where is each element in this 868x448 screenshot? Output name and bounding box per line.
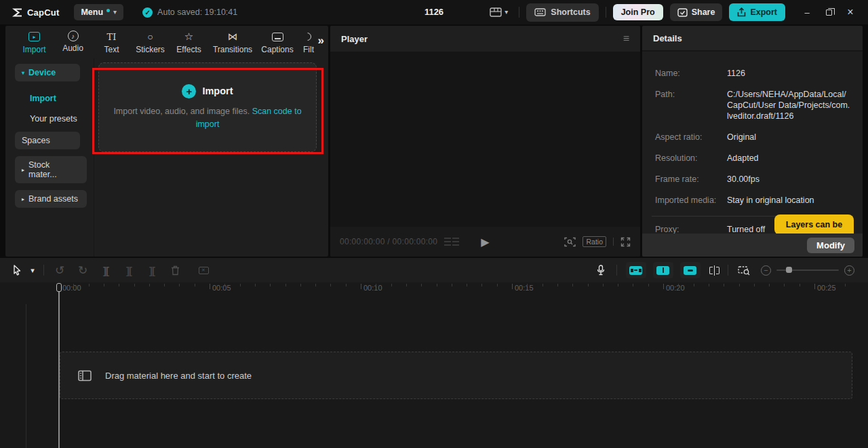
sidebar-item-import[interactable]: Import <box>15 88 87 109</box>
bar <box>714 265 715 276</box>
modify-button[interactable]: Modify <box>807 238 854 253</box>
delete-button[interactable] <box>165 263 185 278</box>
dropzone-description: Import video, audio, and image files. Sc… <box>109 105 306 131</box>
ruler-tick <box>542 284 543 286</box>
ruler-tick <box>195 284 195 286</box>
play-button[interactable]: ▶ <box>481 236 489 248</box>
tab-transitions[interactable]: ⋈ Transitions <box>208 31 257 54</box>
preview-axis-button[interactable] <box>734 263 754 278</box>
main-track-magnet-toggle[interactable] <box>653 262 673 278</box>
close-gap-button[interactable]: ✕ <box>193 263 214 278</box>
ratio-button[interactable]: Ratio <box>583 236 606 247</box>
timeline-zoom-slider[interactable] <box>776 269 839 271</box>
text-tab-icon: TI <box>107 31 117 43</box>
check-circle-icon: ✓ <box>142 7 153 18</box>
shortcuts-button[interactable]: Shortcuts <box>526 3 598 22</box>
ruler-tick <box>255 284 256 286</box>
triangle-down-icon: ▾ <box>22 70 24 76</box>
redo-button[interactable]: ↻ <box>73 263 93 278</box>
ruler-tick <box>754 284 755 286</box>
fullscreen-icon[interactable] <box>620 237 631 247</box>
close-button[interactable]: × <box>841 3 860 21</box>
select-tool-chevron[interactable]: ▾ <box>27 263 38 278</box>
details-panel: Details Name: 1126 Path: C:/Users/NEHA/A… <box>642 26 863 257</box>
join-pro-button[interactable]: Join Pro <box>613 4 663 20</box>
frame-view-icon[interactable] <box>444 238 459 246</box>
detail-label: Resolution: <box>655 153 727 164</box>
minimize-button[interactable]: – <box>797 3 816 21</box>
autosave-text: Auto saved: 19:10:41 <box>157 7 237 17</box>
preview-quality-icon[interactable] <box>564 237 576 247</box>
ruler-tick <box>285 284 286 286</box>
tab-label: Transitions <box>213 45 252 54</box>
auto-snap-toggle[interactable] <box>626 262 646 278</box>
ruler-tick <box>603 284 604 286</box>
divider <box>519 7 519 18</box>
split-button[interactable]: ][ <box>96 263 116 278</box>
delete-left-button[interactable]: ][ <box>119 263 139 278</box>
ruler-tick <box>240 284 241 286</box>
delete-right-button[interactable]: ][ <box>142 263 162 278</box>
timeline-toolbar-right: − + <box>591 262 859 278</box>
dropzone-description-text: Import video, audio, and image files. <box>113 107 252 116</box>
playhead-line[interactable] <box>58 284 60 448</box>
tab-audio[interactable]: ♪ Audio <box>54 31 92 53</box>
player-footer-right: Ratio <box>564 236 631 247</box>
captions-tab-icon <box>272 31 283 43</box>
sidebar-item-brand-assets[interactable]: ▸ Brand assets <box>15 190 87 208</box>
zoom-slider-handle[interactable] <box>786 267 792 273</box>
ruler-tick <box>557 284 558 286</box>
effects-tab-icon: ☆ <box>184 31 193 43</box>
detail-row-resolution: Resolution: Adapted <box>655 153 850 164</box>
ruler-tick <box>210 284 210 289</box>
import-dropzone[interactable]: + Import Import video, audio, and image … <box>98 62 317 152</box>
share-button[interactable]: Share <box>670 3 723 21</box>
transitions-tab-icon: ⋈ <box>228 31 238 43</box>
ruler-tick <box>119 284 119 286</box>
ruler-tick <box>769 284 770 286</box>
timeline-dropzone[interactable]: Drag material here and start to create <box>60 352 852 399</box>
playhead-handle[interactable] <box>56 283 62 292</box>
detail-value: C:/Users/NEHA/AppData/Local/CapCut/User … <box>727 89 850 122</box>
player-menu-icon[interactable]: ≡ <box>623 33 629 45</box>
timeline-ruler[interactable]: 00:00 00:05 00:10 00:15 00:20 00:25 <box>0 282 868 297</box>
undo-button[interactable]: ↺ <box>50 263 70 278</box>
divider <box>43 265 44 276</box>
tab-effects[interactable]: ☆ Effects <box>170 31 208 54</box>
divider <box>94 58 94 257</box>
ruler-tick <box>452 284 452 286</box>
tab-captions[interactable]: Captions <box>257 31 298 54</box>
record-voiceover-button[interactable] <box>591 263 611 278</box>
ruler-tick <box>512 284 513 289</box>
zoom-in-button[interactable]: + <box>844 265 854 276</box>
link-toggle[interactable] <box>680 262 701 278</box>
tab-stickers[interactable]: ○ Stickers <box>131 31 170 54</box>
detail-label: Imported media: <box>655 195 727 206</box>
sidebar-item-spaces[interactable]: Spaces <box>15 132 80 149</box>
ruler-tick <box>224 284 225 286</box>
tab-label: Captions <box>261 45 293 54</box>
select-tool-button[interactable] <box>9 263 24 278</box>
sidebar-item-stock-materials[interactable]: ▸ Stock mater... <box>15 156 87 183</box>
layout-icon <box>490 7 502 17</box>
sidebar-item-your-presets[interactable]: Your presets <box>15 109 87 129</box>
zoom-out-button[interactable]: − <box>761 265 771 276</box>
expand-tabs-button[interactable]: » <box>318 34 324 48</box>
tab-import[interactable]: ▸ Import <box>15 31 54 54</box>
topbar-right: ▾ Shortcuts Join Pro <box>490 3 860 22</box>
overwrite-insert-button[interactable] <box>709 265 720 276</box>
detail-row-path: Path: C:/Users/NEHA/AppData/Local/CapCut… <box>655 89 850 122</box>
menu-button[interactable]: Menu ▾ <box>74 4 123 20</box>
sidebar-item-device[interactable]: ▾ Device <box>15 64 80 81</box>
preview-axis-icon <box>738 265 750 276</box>
modify-bar: Modify <box>642 234 863 257</box>
capcut-logo: CapCut <box>12 7 59 18</box>
tab-text[interactable]: TI Text <box>92 31 131 54</box>
layout-switcher[interactable]: ▾ <box>490 7 508 17</box>
restore-button[interactable] <box>819 3 838 21</box>
ruler-tick <box>421 284 422 286</box>
tab-label: Import <box>22 45 45 54</box>
ruler-tick <box>572 284 573 286</box>
ruler-label: 00:20 <box>666 284 685 292</box>
export-button[interactable]: Export <box>729 3 785 21</box>
